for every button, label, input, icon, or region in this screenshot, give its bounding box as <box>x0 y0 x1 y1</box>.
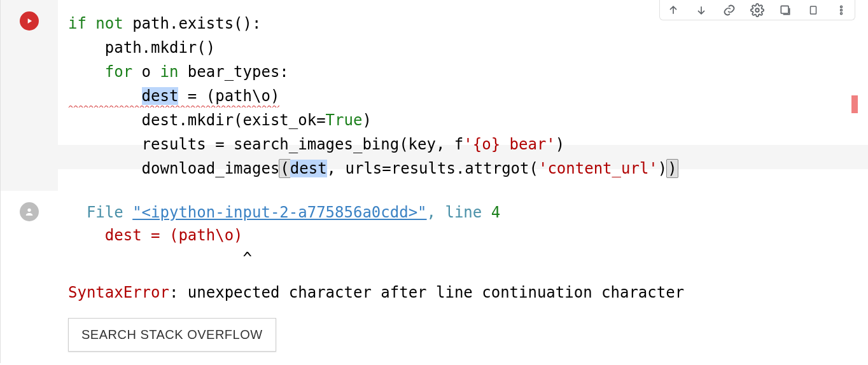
code-line: path.mkdir() <box>68 36 868 60</box>
output-indicator-icon <box>20 202 39 221</box>
code-line: if not path.exists(): <box>68 11 868 36</box>
traceback-code-line: dest = (path\o) <box>68 224 868 247</box>
code-line: dest = (path\o) <box>68 84 868 108</box>
run-button[interactable] <box>20 11 39 31</box>
error-message: SyntaxError: unexpected character after … <box>68 281 868 304</box>
svg-point-6 <box>27 209 31 212</box>
output-gutter <box>1 191 58 363</box>
search-stack-overflow-button[interactable]: SEARCH STACK OVERFLOW <box>68 318 276 352</box>
traceback-file-link[interactable]: "<ipython-input-2-a775856a0cdd>" <box>132 203 426 221</box>
code-cell: if not path.exists(): path.mkdir() for o… <box>0 0 868 191</box>
code-line: download_images(dest, urls=results.attrg… <box>68 156 868 181</box>
code-editor[interactable]: if not path.exists(): path.mkdir() for o… <box>58 0 868 191</box>
output-cell: File "<ipython-input-2-a775856a0cdd>", l… <box>0 191 868 363</box>
code-line: dest.mkdir(exist_ok=True) <box>68 108 868 132</box>
output-area: File "<ipython-input-2-a775856a0cdd>", l… <box>58 191 868 363</box>
code-line: results = search_images_bing(key, f'{o} … <box>68 132 868 156</box>
code-line: for o in bear_types: <box>68 60 868 84</box>
traceback-caret: ^ <box>68 247 868 270</box>
cell-gutter <box>1 0 58 191</box>
traceback-file-line: File "<ipython-input-2-a775856a0cdd>", l… <box>68 201 868 224</box>
